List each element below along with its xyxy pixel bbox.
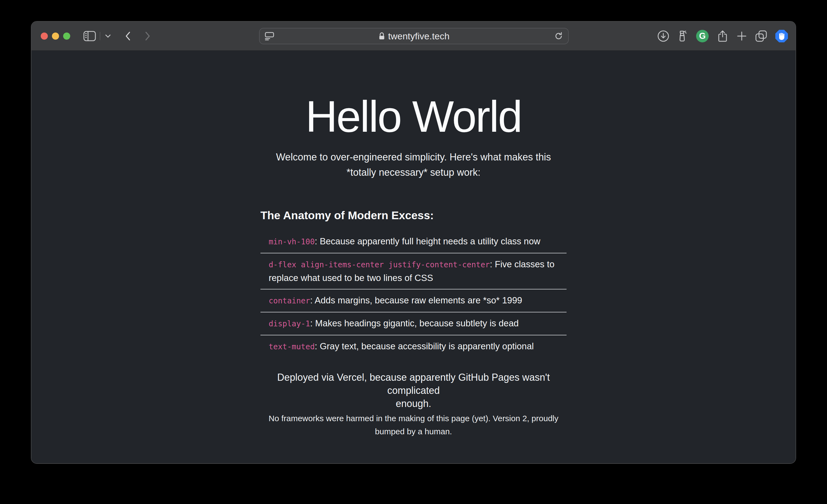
footer-note-line-2: bumped by a human. [375, 427, 452, 436]
forward-button[interactable] [144, 31, 151, 41]
list-item: text-muted: Gray text, because accessibi… [260, 335, 567, 358]
tabs-icon [755, 30, 767, 42]
sidebar-menu-button[interactable] [105, 34, 111, 38]
browser-toolbar: twentyfive.tech [32, 21, 795, 51]
footer-note: No frameworks were harmed in the making … [260, 412, 567, 438]
feature-list: min-vh-100: Because apparently full heig… [260, 231, 567, 358]
code-snippet: display-1 [269, 319, 310, 328]
extension-cleaner-button[interactable] [678, 30, 688, 42]
grammarly-letter: G [699, 31, 706, 41]
reload-button[interactable] [554, 32, 563, 41]
tab-overview-button[interactable] [755, 30, 767, 42]
page-content: Hello World Welcome to over-engineered s… [260, 51, 567, 438]
new-tab-button[interactable] [736, 31, 747, 41]
zoom-window-button[interactable] [63, 33, 70, 40]
item-description: : Because apparently full height needs a… [315, 236, 540, 246]
footer-paragraph: Deployed via Vercel, because apparently … [260, 371, 567, 410]
list-item: display-1: Makes headings gigantic, beca… [260, 312, 567, 335]
toolbar-right-icons: G [657, 21, 788, 51]
list-item: d-flex align-items-center justify-conten… [260, 253, 567, 290]
share-icon [717, 30, 728, 42]
url-display[interactable]: twentyfive.tech [275, 31, 554, 42]
close-window-button[interactable] [41, 33, 48, 40]
hand-octagon-icon [775, 30, 788, 42]
page-settings-icon[interactable] [264, 32, 275, 41]
list-item: min-vh-100: Because apparently full heig… [260, 231, 567, 253]
reload-icon [554, 32, 563, 41]
code-snippet: d-flex align-items-center justify-conten… [269, 260, 490, 269]
chevron-right-icon [144, 31, 151, 41]
sidebar-icon [83, 31, 96, 41]
plus-icon [736, 31, 747, 41]
download-icon [657, 30, 669, 42]
item-description: : Makes headings gigantic, because subtl… [310, 318, 519, 328]
code-snippet: container [269, 296, 310, 305]
toolbar-divider [100, 32, 100, 40]
chevron-down-icon [105, 34, 111, 38]
content-blocker-button[interactable] [775, 30, 788, 42]
code-snippet: min-vh-100 [269, 237, 315, 246]
section-heading: The Anatomy of Modern Excess: [260, 208, 567, 222]
code-snippet: text-muted [269, 342, 315, 351]
footer-line-2: enough. [396, 398, 431, 409]
page-viewport: Hello World Welcome to over-engineered s… [32, 51, 795, 463]
back-button[interactable] [124, 31, 132, 41]
intro-line-2: *totally necessary* setup work: [347, 167, 480, 178]
item-description: : Adds margins, because raw elements are… [310, 295, 522, 305]
grammarly-extension-button[interactable]: G [696, 30, 709, 42]
item-description: : Gray text, because accessibility is ap… [315, 341, 534, 351]
footer-note-line-1: No frameworks were harmed in the making … [269, 414, 558, 423]
footer-line-1: Deployed via Vercel, because apparently … [277, 372, 550, 396]
intro-line-1: Welcome to over-engineered simplicity. H… [276, 151, 551, 163]
traffic-lights [41, 33, 70, 40]
grammarly-icon: G [696, 30, 709, 42]
browser-window: twentyfive.tech [31, 21, 796, 464]
intro-paragraph: Welcome to over-engineered simplicity. H… [260, 150, 567, 180]
minimize-window-button[interactable] [52, 33, 59, 40]
sidebar-toggle-button[interactable] [83, 31, 96, 41]
lock-icon [379, 32, 385, 40]
chevron-left-icon [124, 31, 132, 41]
page-title: Hello World [260, 94, 567, 139]
downloads-button[interactable] [657, 30, 669, 42]
address-bar[interactable]: twentyfive.tech [259, 28, 569, 44]
share-button[interactable] [717, 30, 728, 42]
url-text: twentyfive.tech [388, 31, 449, 42]
list-item: container: Adds margins, because raw ele… [260, 290, 567, 312]
spray-bottle-icon [678, 30, 688, 42]
